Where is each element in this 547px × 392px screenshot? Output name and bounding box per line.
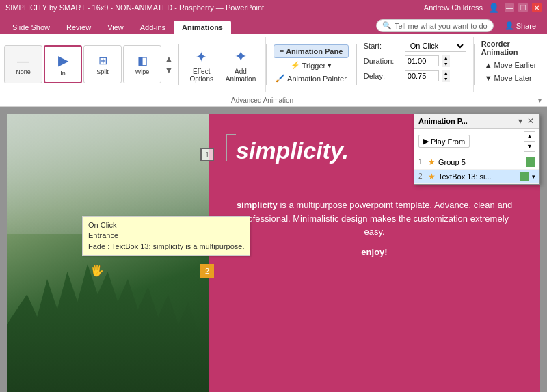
tooltip: On Click Entrance Fade : TextBox 13: sim… <box>82 216 250 256</box>
tab-review[interactable]: Review <box>58 21 99 34</box>
painter-icon: 🖌️ <box>276 74 285 83</box>
delay-label: Delay: <box>364 72 401 80</box>
anim-star-2: ★ <box>428 172 436 181</box>
ribbon-tab-bar: Slide Show Review View Add-ins Animation… <box>0 15 547 34</box>
nav-down-button[interactable]: ▼ <box>524 142 535 152</box>
move-earlier-button[interactable]: ▲ Move Earlier <box>481 60 540 70</box>
nav-up-button[interactable]: ▲ <box>524 131 535 142</box>
anim-list: 1 ★ Group 5 2 ★ TextBox 13: si... ▾ <box>414 155 539 184</box>
duration-input[interactable] <box>405 55 439 66</box>
slide-badge-2: 2 <box>200 264 214 278</box>
anim-item-2[interactable]: 2 ★ TextBox 13: si... ▾ <box>414 170 539 184</box>
effect-options-icon: ✦ <box>191 46 213 68</box>
anim-num-1: 1 <box>418 158 425 166</box>
slide-container[interactable]: 1 simplicity. 2 simplicity is a multipur… <box>0 107 547 392</box>
tooltip-line3: Fade : TextBox 13: simplicity is a multi… <box>88 241 244 252</box>
move-later-button[interactable]: ▼ Move Later <box>481 73 540 83</box>
slide-title: simplicity. <box>236 138 349 164</box>
minimize-button[interactable]: — <box>505 3 514 12</box>
dropdown-arrow-icon: ▾ <box>328 61 332 70</box>
tooltip-line2: Entrance <box>88 231 244 241</box>
search-label: Tell me what you want to do <box>395 22 488 30</box>
app-title: SIMPLICITY by SMART - 16x9 - NON-ANIMATE… <box>5 3 264 12</box>
anim-pane-header: Animation P... ▾ ✕ <box>414 114 539 129</box>
search-icon: 🔍 <box>382 21 392 30</box>
close-button[interactable]: ✕ <box>532 3 542 12</box>
tooltip-line1: On Click <box>88 220 244 231</box>
title-bar: SIMPLICITY by SMART - 16x9 - NON-ANIMATE… <box>0 0 547 15</box>
duration-up[interactable]: ▲ <box>442 55 450 61</box>
duration-label: Duration: <box>364 57 401 65</box>
anim-item-1[interactable]: 1 ★ Group 5 <box>414 155 539 170</box>
delay-down[interactable]: ▼ <box>442 76 450 82</box>
share-button[interactable]: 👤 Share <box>498 19 543 32</box>
enjoy-text: enjoy! <box>232 246 516 259</box>
effect-group: ✦ Effect Options ✦ Add Animation <box>179 37 266 92</box>
duration-spinner[interactable]: ▲ ▼ <box>442 55 450 67</box>
timing-group: Start: On Click Duration: ▲ ▼ Delay: ▲ ▼ <box>357 37 474 92</box>
anim-dropdown-2[interactable]: ▾ <box>532 173 535 180</box>
anim-pane-title: Animation P... <box>418 117 468 125</box>
trigger-button[interactable]: ⚡ Trigger ▾ <box>287 60 335 71</box>
animation-preview-group: — None ▶ In ⊞ Split ◧ Wipe ▲ ▼ <box>0 37 178 92</box>
animation-pane-button[interactable]: ≡ Animation Pane <box>274 44 349 58</box>
slide-body: simplicity is a multipurpose powerpoint … <box>222 198 526 259</box>
tab-slideshow[interactable]: Slide Show <box>4 21 58 34</box>
anim-label-1: Group 5 <box>438 158 523 166</box>
advanced-animation-label: Advanced Animation <box>231 96 293 104</box>
animation-pane: Animation P... ▾ ✕ ▶ Play From ▲ ▼ <box>414 114 540 185</box>
anim-star-1: ★ <box>428 157 436 167</box>
anim-label-2: TextBox 13: si... <box>438 172 517 181</box>
anim-pane-play-row: ▶ Play From ▲ ▼ <box>414 129 539 155</box>
ribbon-search[interactable]: 🔍 Tell me what you want to do <box>376 19 494 32</box>
start-label: Start: <box>364 42 401 50</box>
delay-input[interactable] <box>405 70 439 81</box>
delay-spinner[interactable]: ▲ ▼ <box>442 70 450 82</box>
person-icon: 👤 <box>505 21 514 30</box>
add-animation-button[interactable]: ✦ Add Animation <box>222 44 260 85</box>
restore-button[interactable]: ❐ <box>518 3 528 12</box>
reorder-group: Reorder Animation ▲ Move Earlier ▼ Move … <box>475 37 547 92</box>
anim-color-1 <box>526 157 535 167</box>
title-bracket <box>226 134 236 161</box>
tab-addins[interactable]: Add-ins <box>132 21 174 34</box>
tab-animations[interactable]: Animations <box>174 21 231 34</box>
main-area: 1 simplicity. 2 simplicity is a multipur… <box>0 107 547 392</box>
animation-painter-button[interactable]: 🖌️ Animation Painter <box>272 73 350 84</box>
anim-pane-group: ≡ Animation Pane ⚡ Trigger ▾ 🖌️ Animatio… <box>267 37 356 92</box>
add-animation-icon: ✦ <box>230 46 252 68</box>
anim-preview-split[interactable]: ⊞ Split <box>83 45 122 83</box>
lightning-icon: ⚡ <box>291 61 300 70</box>
play-icon: ▶ <box>423 137 429 146</box>
anim-preview-appear[interactable]: ▶ In <box>44 45 82 83</box>
play-from-button[interactable]: ▶ Play From <box>418 135 470 148</box>
anim-num-2: 2 <box>418 172 425 180</box>
delay-up[interactable]: ▲ <box>442 70 450 76</box>
anim-preview-wipe[interactable]: ◧ Wipe <box>123 45 161 83</box>
user-icon: 👤 <box>488 3 499 13</box>
anim-preview-none[interactable]: — None <box>4 45 42 83</box>
reorder-title: Reorder Animation <box>481 40 540 56</box>
ribbon-label-row: Advanced Animation ▾ <box>0 94 547 107</box>
duration-down[interactable]: ▼ <box>442 61 450 67</box>
group-expand-icon[interactable]: ▾ <box>538 96 542 104</box>
effect-options-button[interactable]: ✦ Effect Options <box>185 44 219 85</box>
slide-badge-1: 1 <box>200 148 214 161</box>
body-text: is a multipurpose powerpoint template. A… <box>240 200 512 237</box>
body-bold: simplicity <box>237 200 278 210</box>
anim-pane-menu-button[interactable]: ▾ <box>517 116 524 126</box>
anim-pane-icon: ≡ <box>280 47 284 55</box>
user-name: Andrew Childress <box>424 3 483 12</box>
anim-pane-close-button[interactable]: ✕ <box>526 116 535 126</box>
anim-pane-controls: ▾ ✕ <box>517 116 535 126</box>
anim-color-2 <box>520 172 529 181</box>
tab-view[interactable]: View <box>99 21 132 34</box>
start-select[interactable]: On Click <box>405 40 466 52</box>
anim-pane-nav: ▲ ▼ <box>524 131 535 152</box>
ribbon-content: — None ▶ In ⊞ Split ◧ Wipe ▲ ▼ <box>0 34 547 94</box>
